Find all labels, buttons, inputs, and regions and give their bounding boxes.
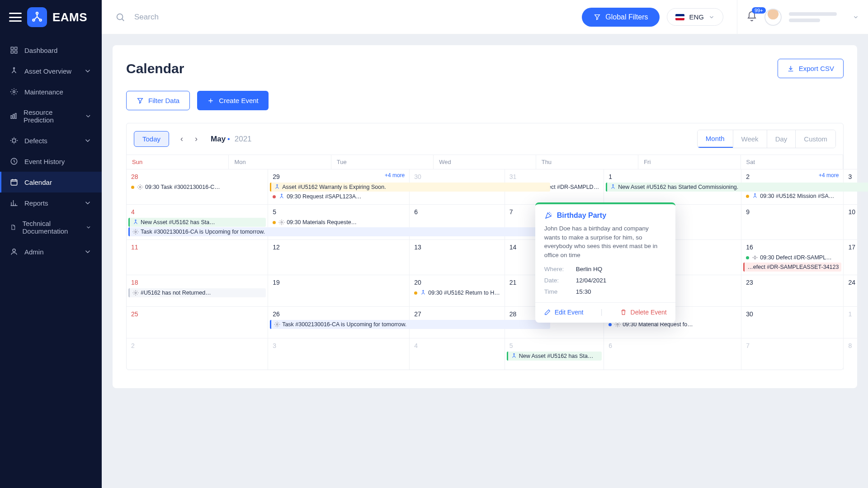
avatar[interactable] <box>764 9 782 26</box>
sidebar-item-reports[interactable]: Reports <box>0 192 102 213</box>
calendar-cell[interactable]: 4New Asset #U5162 has Sta…Task #30021300… <box>127 204 268 239</box>
svg-point-3 <box>117 14 123 19</box>
calendar-cell[interactable]: 30 <box>741 306 844 338</box>
calendar-cell[interactable]: 4 <box>410 338 505 370</box>
calendar-cell[interactable]: 2809:30 Task #3002130016-C… <box>127 169 268 204</box>
calendar-cell[interactable]: 5New Asset #U5162 has Sta… <box>505 338 604 370</box>
brand-name: EAMS <box>52 10 87 24</box>
sidebar-item-defects[interactable]: Defects <box>0 130 102 151</box>
svg-point-26 <box>754 257 756 259</box>
view-custom[interactable]: Custom <box>795 130 835 148</box>
day-number: 11 <box>127 242 268 253</box>
svg-point-9 <box>13 91 15 93</box>
svg-point-24 <box>135 231 137 233</box>
calendar-cell[interactable]: 24 <box>844 275 860 306</box>
export-csv-button[interactable]: Export CSV <box>778 59 844 78</box>
calendar-cell[interactable]: 9 <box>741 204 844 239</box>
sidebar-item-maintenance[interactable]: Maintenance <box>0 81 102 102</box>
chevron-down-icon <box>85 112 92 120</box>
day-number: 30 <box>741 309 843 319</box>
calendar-cell[interactable]: 10 <box>844 204 860 239</box>
svg-point-29 <box>276 324 278 325</box>
event-text: New Asset #U5162 has Sta… <box>519 353 594 359</box>
calendar-event[interactable]: Task #3002130016-CA is Upcoming for tomo… <box>128 227 550 236</box>
more-link[interactable]: +4 more <box>385 172 405 178</box>
calendar-event[interactable]: 09:30 #U5162 Return to H… <box>411 288 502 297</box>
sidebar-item-technical-documentation[interactable]: Technical Documentation <box>0 213 102 241</box>
prev-month-button[interactable]: ‹ <box>175 133 188 145</box>
calendar-event[interactable]: New Asset #U5162 has Started Commissioni… <box>606 183 868 192</box>
calendar-cell[interactable]: 1New Asset #U5162 has Started Commission… <box>604 169 741 204</box>
calendar-cell[interactable]: 13 <box>410 239 505 275</box>
sidebar-item-label: Reports <box>24 199 48 207</box>
calendar-cell[interactable]: 2009:30 #U5162 Return to H… <box>410 275 505 306</box>
calendar-event[interactable]: Asset #U5162 Warranty is Expiring Soon. <box>270 183 550 192</box>
edit-event-button[interactable]: Edit Event <box>544 308 584 316</box>
event-text: …efect #DR-SAMPLEASSET-34123 <box>747 264 839 270</box>
today-button[interactable]: Today <box>134 131 169 147</box>
svg-point-25 <box>281 221 283 223</box>
edit-icon <box>544 309 551 316</box>
calendar-cell[interactable]: 12 <box>268 239 410 275</box>
sidebar-item-resource-prediction[interactable]: Resource Prediction <box>0 102 102 130</box>
calendar-event[interactable]: 09:30 Task #3002130016-C… <box>128 183 266 192</box>
calendar-cell[interactable]: 2 <box>127 338 268 370</box>
calendar-cell[interactable]: 18#U5162 has not Returned… <box>127 275 268 306</box>
calendar-cell[interactable]: 11 <box>127 239 268 275</box>
event-popover: Birthday Party John Doe has a birthday a… <box>535 202 675 323</box>
calendar-cell[interactable]: 6 <box>604 338 741 370</box>
sidebar-item-dashboard[interactable]: Dashboard <box>0 40 102 61</box>
calendar-event[interactable]: 09:30 #U5162 Mission #SA… <box>743 192 841 201</box>
calendar-cell[interactable]: 17 <box>844 239 860 275</box>
delete-event-button[interactable]: Delete Event <box>620 308 667 316</box>
sidebar-item-event-history[interactable]: Event History <box>0 151 102 172</box>
calendar-event[interactable]: 09:30 Request #SAPL123A… <box>270 192 407 201</box>
day-number: 8 <box>844 340 860 351</box>
calendar-cell[interactable]: 26Task #3002130016-CA is Upcoming for to… <box>268 306 410 338</box>
sidebar-item-label: Dashboard <box>24 47 57 54</box>
view-day[interactable]: Day <box>767 130 796 148</box>
reports-icon <box>10 199 18 207</box>
calendar-cell[interactable]: 23 <box>741 275 844 306</box>
calendar-cell[interactable]: 1609:30 Defect #DR-SAMPL… …efect #DR-SAM… <box>741 239 844 275</box>
calendar-cell[interactable]: 7 <box>741 338 844 370</box>
sidebar-item-label: Maintenance <box>24 88 63 96</box>
search-input[interactable] <box>131 9 582 25</box>
next-month-button[interactable]: › <box>190 133 203 145</box>
language-switch[interactable]: ENG <box>667 8 723 26</box>
calendar-cell[interactable]: 3 <box>268 338 410 370</box>
create-event-button[interactable]: Create Event <box>197 91 269 110</box>
day-header: Sat <box>741 155 843 169</box>
calendar-cell[interactable]: 1 <box>844 306 860 338</box>
day-number: 26 <box>268 309 409 319</box>
notifications[interactable]: 99+ <box>746 11 757 23</box>
global-filters-button[interactable]: Global Filters <box>582 8 660 27</box>
calendar-event[interactable]: 09:30 Defect #DR-SAMPL… <box>743 253 841 262</box>
menu-toggle[interactable] <box>9 13 22 22</box>
day-header: Wed <box>434 155 536 169</box>
svg-point-18 <box>277 184 278 185</box>
calendar-cell[interactable]: 19 <box>268 275 410 306</box>
sidebar-item-asset-overview[interactable]: Asset Overview <box>0 61 102 81</box>
day-header: Sun <box>127 155 229 169</box>
day-number: 6 <box>410 206 504 217</box>
time-key: Time <box>544 288 576 295</box>
filter-data-button[interactable]: Filter Data <box>126 91 190 110</box>
view-week[interactable]: Week <box>733 130 767 148</box>
view-month[interactable]: Month <box>698 130 733 148</box>
calendar-event[interactable]: New Asset #U5162 has Sta… <box>507 352 602 361</box>
sidebar-item-calendar[interactable]: Calendar <box>0 172 102 192</box>
calendar-cell[interactable]: 8 <box>844 338 860 370</box>
calendar-event[interactable]: …efect #DR-SAMPLEASSET-34123 <box>743 263 841 272</box>
calendar-event[interactable]: New Asset #U5162 has Sta… <box>128 218 266 227</box>
calendar-cell[interactable]: 25 <box>127 306 268 338</box>
sidebar-item-admin[interactable]: Admin <box>0 241 102 262</box>
chevron-down-icon[interactable] <box>853 14 859 20</box>
more-link[interactable]: +4 more <box>819 172 839 178</box>
resource-icon <box>10 112 17 120</box>
chevron-down-icon <box>85 223 92 231</box>
calendar-event[interactable]: 09:30 Materials Requeste… <box>270 218 407 227</box>
calendar-event[interactable]: Task #3002130016-CA is Upcoming for tomo… <box>270 320 550 329</box>
calendar-event[interactable]: #U5162 has not Returned… <box>128 288 266 297</box>
calendar-cell[interactable]: 29+4 moreAsset #U5162 Warranty is Expiri… <box>268 169 410 204</box>
